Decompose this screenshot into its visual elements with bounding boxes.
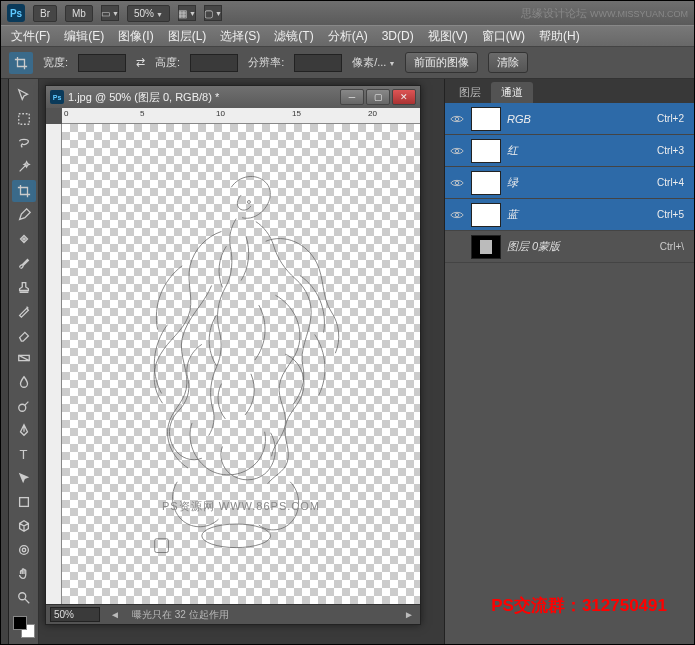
channel-thumb xyxy=(471,107,501,131)
menu-filter[interactable]: 滤镜(T) xyxy=(268,26,319,47)
path-tool[interactable] xyxy=(12,467,36,489)
channel-name: 红 xyxy=(507,143,651,158)
color-swatches[interactable] xyxy=(13,616,35,638)
front-image-button[interactable]: 前面的图像 xyxy=(405,52,478,73)
shape-tool[interactable] xyxy=(12,491,36,513)
document-window: Ps 1.jpg @ 50% (图层 0, RGB/8) * ─ ▢ ✕ 0 5… xyxy=(45,85,421,625)
visibility-toggle[interactable] xyxy=(449,143,465,159)
options-bar: 宽度: ⇄ 高度: 分辨率: 像素/...▼ 前面的图像 清除 xyxy=(1,47,694,79)
menu-file[interactable]: 文件(F) xyxy=(5,26,56,47)
channel-green[interactable]: 绿 Ctrl+4 xyxy=(445,167,694,199)
left-strip xyxy=(1,79,9,644)
svg-point-7 xyxy=(247,201,250,204)
minimize-button[interactable]: ─ xyxy=(340,89,364,105)
vertical-ruler xyxy=(46,124,62,604)
menu-bar: 文件(F) 编辑(E) 图像(I) 图层(L) 选择(S) 滤镜(T) 分析(A… xyxy=(1,25,694,47)
channel-thumb xyxy=(471,203,501,227)
brush-tool[interactable] xyxy=(12,252,36,274)
visibility-toggle[interactable] xyxy=(449,207,465,223)
menu-view[interactable]: 视图(V) xyxy=(422,26,474,47)
document-area: Ps 1.jpg @ 50% (图层 0, RGB/8) * ─ ▢ ✕ 0 5… xyxy=(39,79,444,644)
zoom-tool[interactable] xyxy=(12,587,36,609)
document-statusbar: ◄ 曝光只在 32 位起作用 ► xyxy=(46,604,420,624)
svg-point-2 xyxy=(18,405,25,412)
svg-rect-3 xyxy=(19,498,28,507)
marquee-tool[interactable] xyxy=(12,108,36,130)
history-brush-tool[interactable] xyxy=(12,300,36,322)
healing-tool[interactable] xyxy=(12,228,36,250)
resolution-input[interactable] xyxy=(294,54,342,72)
artwork-image xyxy=(62,124,420,604)
crop-tool-indicator[interactable] xyxy=(9,52,33,74)
close-button[interactable]: ✕ xyxy=(392,89,416,105)
height-input[interactable] xyxy=(190,54,238,72)
maximize-button[interactable]: ▢ xyxy=(366,89,390,105)
menu-analysis[interactable]: 分析(A) xyxy=(322,26,374,47)
channel-thumb xyxy=(471,139,501,163)
channel-shortcut: Ctrl+4 xyxy=(657,177,684,188)
screen-mode-icon[interactable]: ▭▼ xyxy=(101,5,119,21)
3d-tool[interactable] xyxy=(12,515,36,537)
channels-tab[interactable]: 通道 xyxy=(491,82,533,103)
menu-layer[interactable]: 图层(L) xyxy=(162,26,213,47)
canvas-viewport[interactable]: PS资源网 WWW.86PS.COM xyxy=(46,124,420,604)
menu-select[interactable]: 选择(S) xyxy=(214,26,266,47)
scroll-right-icon[interactable]: ► xyxy=(398,609,420,620)
workspace: T Ps 1.jpg @ 50% (图层 0, RGB/8) * ─ ▢ xyxy=(1,79,694,644)
layers-tab[interactable]: 图层 xyxy=(449,82,491,103)
height-label: 高度: xyxy=(155,55,180,70)
channels-list: RGB Ctrl+2 红 Ctrl+3 绿 Ctrl+4 xyxy=(445,103,694,644)
scroll-left-icon[interactable]: ◄ xyxy=(104,609,126,620)
channel-mask[interactable]: 图层 0蒙版 Ctrl+\ xyxy=(445,231,694,263)
pen-tool[interactable] xyxy=(12,419,36,441)
eyedropper-tool[interactable] xyxy=(12,204,36,226)
svg-point-11 xyxy=(455,149,459,153)
eraser-tool[interactable] xyxy=(12,324,36,346)
status-zoom-input[interactable] xyxy=(50,607,100,622)
lasso-tool[interactable] xyxy=(12,132,36,154)
menu-help[interactable]: 帮助(H) xyxy=(533,26,586,47)
title-bar: Ps Br Mb ▭▼ 50%▼ ▦▼ ▢▼ 思缘设计论坛 WWW.MISSYU… xyxy=(1,1,694,25)
zoom-level-dropdown[interactable]: 50%▼ xyxy=(127,5,170,22)
move-tool[interactable] xyxy=(12,84,36,106)
width-input[interactable] xyxy=(78,54,126,72)
unit-dropdown[interactable]: 像素/...▼ xyxy=(352,55,395,70)
photoshop-window: Ps Br Mb ▭▼ 50%▼ ▦▼ ▢▼ 思缘设计论坛 WWW.MISSYU… xyxy=(0,0,695,645)
foreground-color[interactable] xyxy=(13,616,27,630)
bridge-button[interactable]: Br xyxy=(33,5,57,22)
visibility-toggle[interactable] xyxy=(449,111,465,127)
channel-red[interactable]: 红 Ctrl+3 xyxy=(445,135,694,167)
visibility-toggle[interactable] xyxy=(449,175,465,191)
extras-icon[interactable]: ▢▼ xyxy=(204,5,222,21)
stamp-tool[interactable] xyxy=(12,276,36,298)
document-titlebar[interactable]: Ps 1.jpg @ 50% (图层 0, RGB/8) * ─ ▢ ✕ xyxy=(46,86,420,108)
channel-rgb[interactable]: RGB Ctrl+2 xyxy=(445,103,694,135)
clear-button[interactable]: 清除 xyxy=(488,52,528,73)
mini-bridge-button[interactable]: Mb xyxy=(65,5,93,22)
dodge-tool[interactable] xyxy=(12,395,36,417)
menu-edit[interactable]: 编辑(E) xyxy=(58,26,110,47)
svg-rect-0 xyxy=(18,114,29,125)
blur-tool[interactable] xyxy=(12,371,36,393)
3d-camera-tool[interactable] xyxy=(12,539,36,561)
channel-blue[interactable]: 蓝 Ctrl+5 xyxy=(445,199,694,231)
menu-3d[interactable]: 3D(D) xyxy=(376,27,420,45)
overlay-annotation: PS交流群：312750491 xyxy=(491,594,667,617)
hand-tool[interactable] xyxy=(12,563,36,585)
menu-image[interactable]: 图像(I) xyxy=(112,26,159,47)
menu-window[interactable]: 窗口(W) xyxy=(476,26,531,47)
crop-tool[interactable] xyxy=(12,180,36,202)
canvas[interactable]: PS资源网 WWW.86PS.COM xyxy=(62,124,420,604)
svg-point-13 xyxy=(455,213,459,217)
arrange-icon[interactable]: ▦▼ xyxy=(178,5,196,21)
channel-thumb xyxy=(471,171,501,195)
wand-tool[interactable] xyxy=(12,156,36,178)
channel-name: 蓝 xyxy=(507,207,651,222)
svg-point-4 xyxy=(19,546,28,555)
gradient-tool[interactable] xyxy=(12,347,36,369)
channel-name: 绿 xyxy=(507,175,651,190)
svg-point-6 xyxy=(18,593,25,600)
type-tool[interactable]: T xyxy=(12,443,36,465)
ps-logo-icon: Ps xyxy=(7,4,25,22)
swap-icon[interactable]: ⇄ xyxy=(136,56,145,69)
